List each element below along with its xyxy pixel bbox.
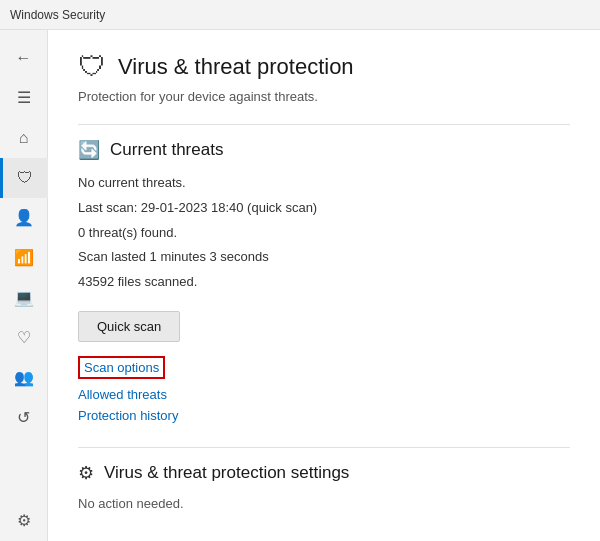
app-body: ← ☰ ⌂ 🛡 👤 📶 💻 ♡ 👥 ↺ ⚙ <box>0 30 600 541</box>
current-threats-header: 🔄 Current threats <box>78 139 570 161</box>
scan-options-container: Scan options <box>78 356 570 387</box>
protection-history-link[interactable]: Protection history <box>78 408 570 423</box>
menu-icon: ☰ <box>17 90 31 106</box>
page-header-icon: 🛡 <box>78 50 106 83</box>
app-browser-icon: 💻 <box>14 290 34 306</box>
sidebar-item-virus-protection[interactable]: 🛡 <box>0 158 48 198</box>
settings-icon: ⚙ <box>17 513 31 529</box>
page-header: 🛡 Virus & threat protection <box>78 50 570 83</box>
sidebar-item-back[interactable]: ← <box>0 38 48 78</box>
back-icon: ← <box>16 50 32 66</box>
settings-section-icon: ⚙ <box>78 462 94 484</box>
sidebar-item-home[interactable]: ⌂ <box>0 118 48 158</box>
sidebar-item-device-health[interactable]: ♡ <box>0 318 48 358</box>
quick-scan-button[interactable]: Quick scan <box>78 311 180 342</box>
main-content: 🛡 Virus & threat protection Protection f… <box>48 30 600 541</box>
settings-subtitle: No action needed. <box>78 496 570 511</box>
title-bar-text: Windows Security <box>10 8 105 22</box>
sidebar: ← ☰ ⌂ 🛡 👤 📶 💻 ♡ 👥 ↺ ⚙ <box>0 30 48 541</box>
sidebar-item-family[interactable]: 👥 <box>0 358 48 398</box>
device-health-icon: ♡ <box>17 330 31 346</box>
history-icon: ↺ <box>17 410 30 426</box>
sidebar-item-history[interactable]: ↺ <box>0 398 48 438</box>
last-scan-text: Last scan: 29-01-2023 18:40 (quick scan) <box>78 198 570 219</box>
firewall-icon: 📶 <box>14 250 34 266</box>
account-icon: 👤 <box>14 210 34 226</box>
files-scanned-text: 43592 files scanned. <box>78 272 570 293</box>
family-icon: 👥 <box>14 370 34 386</box>
title-bar: Windows Security <box>0 0 600 30</box>
allowed-threats-link[interactable]: Allowed threats <box>78 387 570 402</box>
current-threats-icon: 🔄 <box>78 139 100 161</box>
scan-options-link[interactable]: Scan options <box>78 356 165 379</box>
scan-duration-text: Scan lasted 1 minutes 3 seconds <box>78 247 570 268</box>
page-subtitle: Protection for your device against threa… <box>78 89 570 104</box>
shield-icon: 🛡 <box>17 170 33 186</box>
threats-found-text: 0 threat(s) found. <box>78 223 570 244</box>
sidebar-item-menu[interactable]: ☰ <box>0 78 48 118</box>
page-title: Virus & threat protection <box>118 54 354 80</box>
settings-section: ⚙ Virus & threat protection settings No … <box>78 447 570 511</box>
sidebar-item-firewall[interactable]: 📶 <box>0 238 48 278</box>
current-threats-title: Current threats <box>110 140 223 160</box>
divider-2 <box>78 447 570 448</box>
no-threats-text: No current threats. <box>78 173 570 194</box>
settings-header: ⚙ Virus & threat protection settings <box>78 462 570 484</box>
settings-title: Virus & threat protection settings <box>104 463 349 483</box>
home-icon: ⌂ <box>19 130 29 146</box>
sidebar-item-account-protection[interactable]: 👤 <box>0 198 48 238</box>
sidebar-item-settings[interactable]: ⚙ <box>0 501 48 541</box>
divider-1 <box>78 124 570 125</box>
sidebar-item-app-browser[interactable]: 💻 <box>0 278 48 318</box>
